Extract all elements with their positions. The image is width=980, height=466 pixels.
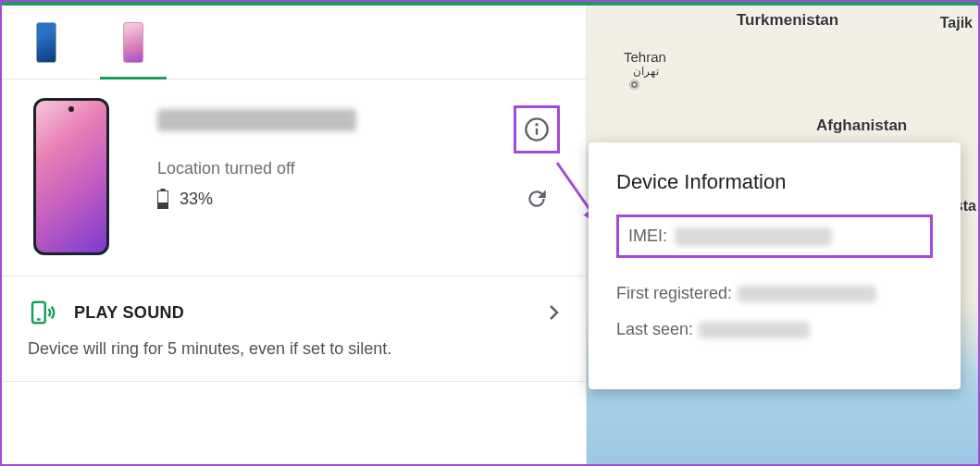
phone-thumbnail-icon xyxy=(123,22,143,63)
play-sound-section: PLAY SOUND Device will ring for 5 minute… xyxy=(2,276,586,382)
location-status: Location turned off xyxy=(157,159,514,178)
info-icon[interactable] xyxy=(524,116,550,142)
battery-icon xyxy=(157,190,168,209)
device-card: Location turned off 33% xyxy=(2,80,586,276)
last-seen-row: Last seen: xyxy=(616,320,933,339)
last-seen-value-redacted xyxy=(699,322,810,338)
device-tabs xyxy=(2,6,586,80)
map-label-afghanistan: Afghanistan xyxy=(816,116,907,135)
device-tab-2[interactable] xyxy=(100,6,167,79)
chevron-right-icon xyxy=(549,304,560,321)
play-sound-icon xyxy=(28,299,56,326)
device-info-popover: Device Information IMEI: First registere… xyxy=(589,142,961,389)
battery-percent: 33% xyxy=(180,190,213,209)
map-label-tehran-native: تهران xyxy=(633,65,659,78)
left-panel: Location turned off 33% xyxy=(2,6,587,464)
last-seen-label: Last seen: xyxy=(616,320,693,339)
map-label-tajik: Tajik xyxy=(940,15,973,31)
refresh-icon[interactable] xyxy=(525,187,549,211)
map-label-tehran: Tehran xyxy=(624,49,666,65)
device-side-icons xyxy=(514,98,560,211)
first-registered-label: First registered: xyxy=(616,284,732,303)
play-sound-description: Device will ring for 5 minutes, even if … xyxy=(28,339,560,359)
play-sound-button[interactable]: PLAY SOUND xyxy=(28,299,560,326)
first-registered-row: First registered: xyxy=(616,284,933,303)
map-city-dot xyxy=(631,81,638,88)
svg-point-2 xyxy=(535,123,538,126)
phone-thumbnail-icon xyxy=(36,22,56,63)
device-tab-1[interactable] xyxy=(13,6,80,79)
info-button-highlight xyxy=(514,105,560,153)
device-image xyxy=(33,98,109,255)
battery-row: 33% xyxy=(157,190,514,209)
device-info: Location turned off 33% xyxy=(157,98,514,209)
play-sound-label: PLAY SOUND xyxy=(74,303,530,323)
device-name-redacted xyxy=(157,109,356,131)
imei-highlight-box: IMEI: xyxy=(616,215,933,258)
popover-title: Device Information xyxy=(616,170,933,194)
imei-label: IMEI: xyxy=(628,227,667,246)
imei-value-redacted xyxy=(675,227,832,246)
first-registered-value-redacted xyxy=(738,286,876,302)
map-label-turkmenistan: Turkmenistan xyxy=(737,11,838,30)
